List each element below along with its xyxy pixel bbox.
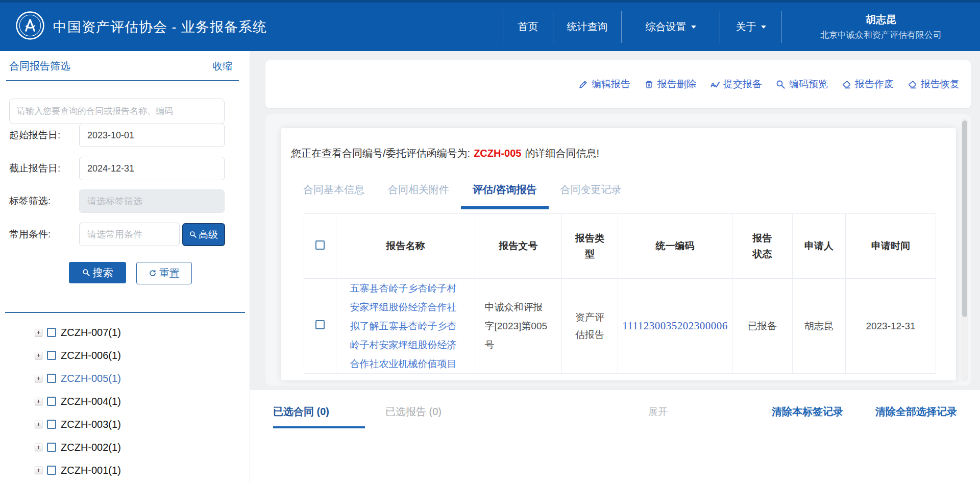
delete-report-button[interactable]: 报告删除 bbox=[644, 78, 696, 91]
tree-item[interactable]: ZCZH-004(1) bbox=[35, 394, 121, 408]
tree-item[interactable]: ZCZH-006(1) bbox=[35, 348, 121, 362]
association-logo-icon bbox=[15, 11, 45, 40]
eraser-icon bbox=[908, 80, 917, 89]
clear-all-records-link[interactable]: 清除全部选择记录 bbox=[875, 405, 957, 419]
keyword-search-input[interactable] bbox=[9, 99, 225, 124]
expand-plus-icon[interactable] bbox=[35, 444, 42, 451]
tag-filter-input[interactable] bbox=[79, 189, 225, 213]
advanced-search-button[interactable]: 高级 bbox=[182, 223, 225, 246]
row-checkbox[interactable] bbox=[315, 320, 325, 329]
void-report-button[interactable]: 报告作废 bbox=[842, 78, 894, 91]
restore-report-button[interactable]: 报告恢复 bbox=[908, 78, 960, 91]
viewing-message-prefix: 您正在查看合同编号/委托评估函编号为: bbox=[291, 148, 470, 159]
collapse-link[interactable]: 收缩 bbox=[213, 60, 232, 73]
advanced-button-label: 高级 bbox=[199, 228, 218, 241]
clear-tab-records-link[interactable]: 清除本标签记录 bbox=[772, 405, 843, 419]
expand-plus-icon[interactable] bbox=[35, 398, 42, 405]
row-select-cell bbox=[304, 279, 336, 374]
tab-contract-basic-info[interactable]: 合同基本信息 bbox=[291, 179, 376, 209]
checkbox[interactable] bbox=[47, 443, 56, 452]
code-preview-button[interactable]: 编码预览 bbox=[776, 78, 828, 91]
selected-contracts-tab[interactable]: 已选合同 (0) bbox=[273, 405, 329, 419]
filter-sidebar: 合同报告筛选 收缩 起始报告日: 截止报告日: 标签筛选: 常用条件: bbox=[0, 51, 250, 484]
tree-item[interactable]: ZCZH-007(1) bbox=[35, 325, 121, 340]
report-type-cell: 资产评估报告 bbox=[562, 279, 618, 374]
checkbox[interactable] bbox=[47, 466, 56, 475]
start-date-label: 起始报告日: bbox=[9, 124, 60, 147]
checkbox[interactable] bbox=[47, 397, 56, 406]
tree-item-label: ZCZH-004(1) bbox=[61, 396, 121, 407]
tab-contract-changes[interactable]: 合同变更记录 bbox=[549, 179, 633, 209]
nav-settings-label: 综合设置 bbox=[646, 20, 687, 34]
checkbox[interactable] bbox=[47, 351, 56, 360]
sidebar-title-row: 合同报告筛选 收缩 bbox=[9, 59, 232, 73]
report-table: 报告名称 报告文号 报告类型 统一编码 报告状态 申请人 申请时间 五寨县杏岭子… bbox=[304, 213, 936, 374]
selected-reports-tab[interactable]: 已选报告 (0) bbox=[385, 405, 442, 419]
checkbox[interactable] bbox=[47, 328, 56, 337]
user-info[interactable]: 胡志昆 北京中诚众和资产评估有限公司 bbox=[781, 11, 980, 43]
nav-home[interactable]: 首页 bbox=[503, 11, 553, 43]
col-applicant: 申请人 bbox=[793, 214, 846, 279]
end-date-input[interactable] bbox=[79, 157, 225, 180]
contract-detail-panel: 您正在查看合同编号/委托评估函编号为:ZCZH-005的详细合同信息! 合同基本… bbox=[265, 114, 971, 385]
nav-statistics[interactable]: 统计查询 bbox=[553, 11, 621, 43]
start-date-row: 起始报告日: bbox=[0, 124, 250, 147]
submit-report-button[interactable]: A 提交报备 bbox=[710, 78, 762, 91]
selected-contracts-count: (0) bbox=[317, 406, 329, 417]
unified-code-link[interactable]: 1111230035202300006 bbox=[622, 320, 728, 332]
panel-scrollbar[interactable] bbox=[961, 118, 968, 381]
tree-item-label: ZCZH-002(1) bbox=[61, 442, 121, 453]
tree-item[interactable]: ZCZH-003(1) bbox=[35, 417, 121, 431]
edit-report-button[interactable]: 编辑报告 bbox=[578, 78, 630, 91]
start-date-input[interactable] bbox=[79, 124, 225, 147]
selected-contracts-tab-underline bbox=[273, 426, 365, 428]
chevron-down-icon bbox=[761, 26, 766, 29]
code-preview-label: 编码预览 bbox=[789, 78, 828, 91]
viewing-message: 您正在查看合同编号/委托评估函编号为:ZCZH-005的详细合同信息! bbox=[291, 147, 599, 160]
expand-plus-icon[interactable] bbox=[35, 352, 42, 359]
app-window: 中国资产评估协会 - 业务报备系统 首页 统计查询 综合设置 关于 胡志昆 北京… bbox=[0, 0, 980, 484]
user-name: 胡志昆 bbox=[866, 13, 896, 27]
contract-detail-card: 您正在查看合同编号/委托评估函编号为:ZCZH-005的详细合同信息! 合同基本… bbox=[281, 128, 956, 380]
checkbox[interactable] bbox=[47, 420, 56, 429]
expand-plus-icon[interactable] bbox=[35, 421, 42, 428]
tree-item-label: ZCZH-003(1) bbox=[61, 419, 121, 430]
col-report-status: 报告状态 bbox=[732, 214, 793, 279]
report-name-link[interactable]: 五寨县杏岭子乡杏岭子村安家坪组股份经济合作社拟了解五寨县杏岭子乡杏岭子村安家坪组… bbox=[350, 279, 461, 373]
report-name-cell: 五寨县杏岭子乡杏岭子村安家坪组股份经济合作社拟了解五寨县杏岭子乡杏岭子村安家坪组… bbox=[336, 279, 475, 374]
reset-button-label: 重置 bbox=[159, 267, 180, 280]
sidebar-title: 合同报告筛选 bbox=[9, 59, 70, 73]
tag-filter-label: 标签筛选: bbox=[9, 189, 51, 213]
expand-plus-icon[interactable] bbox=[35, 375, 42, 382]
search-button[interactable]: 搜索 bbox=[69, 262, 126, 283]
nav-settings-menu[interactable]: 综合设置 bbox=[621, 11, 720, 43]
tab-appraisal-reports[interactable]: 评估/咨询报告 bbox=[461, 179, 549, 209]
app-header: 中国资产评估协会 - 业务报备系统 首页 统计查询 综合设置 关于 胡志昆 北京… bbox=[0, 0, 980, 51]
detail-tabs: 合同基本信息 合同相关附件 评估/咨询报告 合同变更记录 bbox=[291, 179, 633, 209]
select-all-checkbox[interactable] bbox=[315, 240, 325, 250]
user-company: 北京中诚众和资产评估有限公司 bbox=[820, 29, 942, 41]
col-report-doc-no: 报告文号 bbox=[475, 214, 562, 279]
tree-item-selected[interactable]: ZCZH-005(1) bbox=[35, 371, 121, 385]
selected-contracts-label: 已选合同 bbox=[273, 406, 314, 417]
tree-item[interactable]: ZCZH-001(1) bbox=[35, 463, 121, 477]
tree-item-label: ZCZH-001(1) bbox=[61, 465, 121, 476]
tab-contract-attachments[interactable]: 合同相关附件 bbox=[376, 179, 461, 209]
trash-icon bbox=[644, 80, 654, 89]
report-doc-no: 中诚众和评报字[2023]第005号 bbox=[485, 298, 552, 354]
col-report-type: 报告类型 bbox=[562, 214, 618, 279]
common-condition-input[interactable] bbox=[79, 223, 180, 246]
panel-scrollbar-thumb[interactable] bbox=[962, 120, 967, 317]
page-title: 中国资产评估协会 - 业务报备系统 bbox=[53, 3, 267, 51]
reset-button[interactable]: 重置 bbox=[136, 262, 192, 284]
contract-code: ZCZH-005 bbox=[474, 148, 521, 159]
nav-about-menu[interactable]: 关于 bbox=[720, 11, 781, 43]
contract-tree: ZCZH-007(1) ZCZH-006(1) ZCZH-005(1) ZCZH… bbox=[35, 318, 239, 476]
edit-icon bbox=[578, 80, 588, 89]
tree-item[interactable]: ZCZH-002(1) bbox=[35, 440, 121, 454]
expand-plus-icon[interactable] bbox=[35, 329, 42, 336]
expand-plus-icon[interactable] bbox=[35, 467, 42, 474]
checkbox[interactable] bbox=[47, 374, 56, 383]
magnifier-icon bbox=[776, 80, 786, 89]
expand-link[interactable]: 展开 bbox=[648, 405, 668, 419]
